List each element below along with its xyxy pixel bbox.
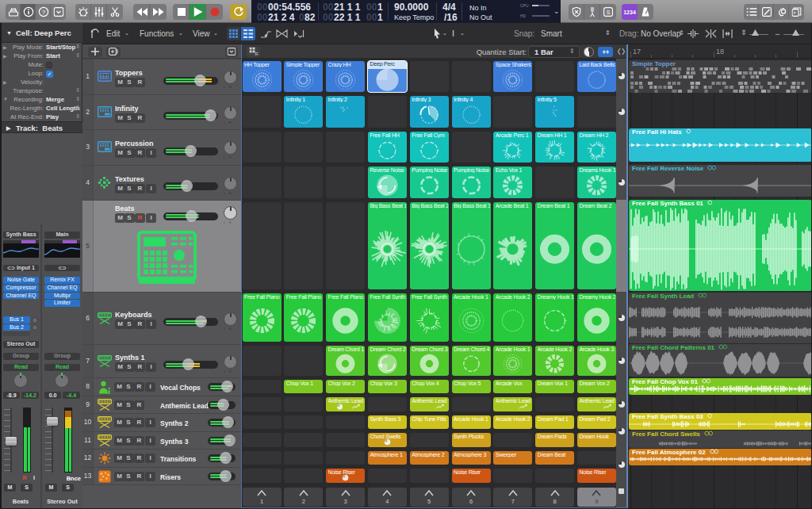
- svg-text:S: S: [607, 10, 611, 15]
- svg-text:R: R: [255, 52, 258, 56]
- svg-text:?: ?: [41, 9, 45, 16]
